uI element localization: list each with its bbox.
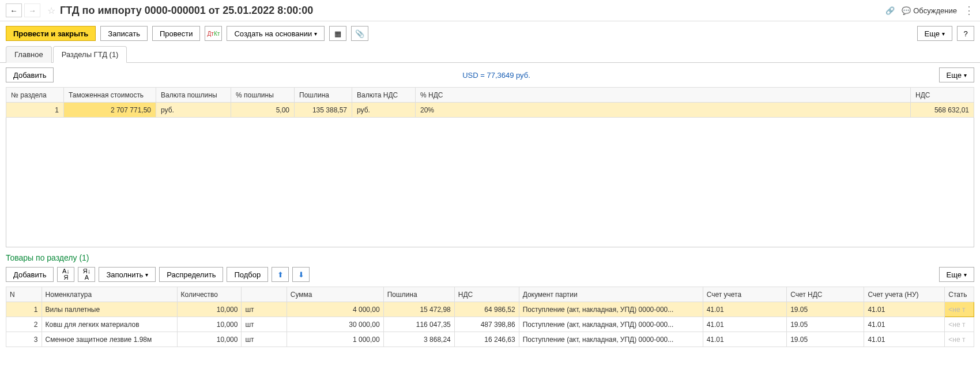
cell-tax_account[interactable]: 41.01 (864, 317, 945, 332)
col-duty-currency[interactable]: Валюта пошлины (156, 88, 231, 103)
distribute-button[interactable]: Распределить (159, 267, 223, 282)
col-duty-pct[interactable]: % пошлины (231, 88, 295, 103)
save-button[interactable]: Записать (100, 26, 148, 41)
sort-asc-button[interactable]: А↓Я (57, 267, 74, 282)
cell-tax_account[interactable]: 41.01 (864, 302, 945, 317)
sections-table: № раздела Таможенная стоимость Валюта по… (6, 87, 974, 118)
cell-vat-currency[interactable]: руб. (352, 103, 416, 118)
col-nomenclature[interactable]: Номенклатура (42, 287, 177, 302)
cell-nomenclature[interactable]: Вилы паллетные (42, 302, 177, 317)
cell-account[interactable]: 41.01 (703, 317, 786, 332)
cell-vat[interactable]: 487 398,86 (454, 317, 519, 332)
cell-n[interactable]: 3 (6, 332, 42, 347)
section-row[interactable]: 1 2 707 771,50 руб. 5,00 135 388,57 руб.… (6, 103, 974, 118)
cell-duty-currency[interactable]: руб. (156, 103, 231, 118)
cell-qty[interactable]: 10,000 (177, 302, 242, 317)
items-more-button[interactable]: Еще (939, 267, 974, 282)
post-and-close-button[interactable]: Провести и закрыть (6, 26, 96, 41)
discuss-button[interactable]: 💬 Обсуждение (902, 6, 957, 15)
structure-button[interactable]: ▦ (329, 26, 346, 41)
cell-account[interactable]: 41.01 (703, 302, 786, 317)
cell-sum[interactable]: 4 000,00 (287, 302, 383, 317)
pick-button[interactable]: Подбор (227, 267, 268, 282)
cell-unit[interactable]: шт (242, 332, 287, 347)
back-button[interactable]: ← (6, 3, 22, 17)
cell-customs-value[interactable]: 2 707 771,50 (64, 103, 156, 118)
attach-button[interactable]: 📎 (351, 26, 368, 41)
add-item-button[interactable]: Добавить (6, 267, 54, 282)
cell-qty[interactable]: 10,000 (177, 332, 242, 347)
cell-batch_doc[interactable]: Поступление (акт, накладная, УПД) 0000-0… (519, 317, 703, 332)
more-menu-icon[interactable]: ⋮ (964, 4, 974, 17)
create-based-button[interactable]: Создать на основании (227, 26, 325, 41)
sections-more-button[interactable]: Еще (939, 67, 974, 82)
favorite-icon[interactable]: ☆ (47, 5, 55, 16)
cell-unit[interactable]: шт (242, 317, 287, 332)
col-stat[interactable]: Стать (945, 287, 974, 302)
add-section-button[interactable]: Добавить (6, 67, 54, 82)
fill-button[interactable]: Заполнить (99, 267, 156, 282)
cell-batch_doc[interactable]: Поступление (акт, накладная, УПД) 0000-0… (519, 332, 703, 347)
cell-duty[interactable]: 135 388,57 (295, 103, 352, 118)
cell-vat[interactable]: 568 632,01 (911, 103, 974, 118)
cell-nomenclature[interactable]: Сменное защитное лезвие 1.98м (42, 332, 177, 347)
item-row[interactable]: 1Вилы паллетные10,000шт4 000,0015 472,98… (6, 302, 974, 317)
col-tax-account[interactable]: Счет учета (НУ) (864, 287, 945, 302)
tab-main[interactable]: Главное (6, 46, 52, 63)
col-item-duty[interactable]: Пошлина (383, 287, 454, 302)
move-down-button[interactable]: ⬇ (292, 267, 310, 282)
tab-sections[interactable]: Разделы ГТД (1) (53, 46, 127, 63)
col-vat-currency[interactable]: Валюта НДС (352, 88, 416, 103)
help-button[interactable]: ? (957, 26, 974, 41)
dt-kt-button[interactable]: ДтКт (205, 26, 222, 41)
col-duty[interactable]: Пошлина (295, 88, 352, 103)
col-sum[interactable]: Сумма (287, 287, 383, 302)
forward-button[interactable]: → (24, 3, 40, 17)
item-row[interactable]: 2Ковш для легких материалов10,000шт30 00… (6, 317, 974, 332)
cell-stat[interactable]: <не т (945, 332, 974, 347)
cell-duty[interactable]: 3 868,24 (383, 332, 454, 347)
cell-vat_account[interactable]: 19.05 (787, 302, 864, 317)
cell-qty[interactable]: 10,000 (177, 317, 242, 332)
cell-n[interactable]: 2 (6, 317, 42, 332)
link-icon[interactable]: 🔗 (885, 6, 895, 15)
cell-stat[interactable]: <не т (945, 317, 974, 332)
col-section-num[interactable]: № раздела (6, 88, 64, 103)
cell-sum[interactable]: 30 000,00 (287, 317, 383, 332)
post-button[interactable]: Провести (152, 26, 201, 41)
cell-tax_account[interactable]: 41.01 (864, 332, 945, 347)
col-customs-value[interactable]: Таможенная стоимость (64, 88, 156, 103)
col-item-vat[interactable]: НДС (454, 287, 519, 302)
col-unit[interactable] (242, 287, 287, 302)
cell-vat-pct[interactable]: 20% (416, 103, 911, 118)
cell-n[interactable]: 1 (6, 302, 42, 317)
cell-batch_doc[interactable]: Поступление (акт, накладная, УПД) 0000-0… (519, 302, 703, 317)
cell-vat[interactable]: 64 986,52 (454, 302, 519, 317)
col-vat[interactable]: НДС (911, 88, 974, 103)
toolbar-more-button[interactable]: Еще (917, 26, 952, 41)
col-account[interactable]: Счет учета (703, 287, 786, 302)
cell-sum[interactable]: 1 000,00 (287, 332, 383, 347)
cell-vat_account[interactable]: 19.05 (787, 317, 864, 332)
col-qty[interactable]: Количество (177, 287, 242, 302)
cell-nomenclature[interactable]: Ковш для легких материалов (42, 317, 177, 332)
cell-duty-pct[interactable]: 5,00 (231, 103, 295, 118)
cell-duty[interactable]: 116 047,35 (383, 317, 454, 332)
cell-stat[interactable]: <не т (945, 302, 974, 317)
cell-account[interactable]: 41.01 (703, 332, 786, 347)
cell-duty[interactable]: 15 472,98 (383, 302, 454, 317)
move-up-button[interactable]: ⬆ (272, 267, 289, 282)
cell-unit[interactable]: шт (242, 302, 287, 317)
sections-header-row: № раздела Таможенная стоимость Валюта по… (6, 88, 974, 103)
col-vat-pct[interactable]: % НДС (416, 88, 911, 103)
cell-vat[interactable]: 16 246,63 (454, 332, 519, 347)
cell-num[interactable]: 1 (6, 103, 64, 118)
discuss-label: Обсуждение (913, 6, 957, 15)
col-n[interactable]: N (6, 287, 42, 302)
exchange-rate: USD = 77,3649 руб. (58, 71, 934, 80)
col-batch-doc[interactable]: Документ партии (519, 287, 703, 302)
item-row[interactable]: 3Сменное защитное лезвие 1.98м10,000шт1 … (6, 332, 974, 347)
cell-vat_account[interactable]: 19.05 (787, 332, 864, 347)
col-vat-account[interactable]: Счет НДС (787, 287, 864, 302)
sort-desc-button[interactable]: Я↓А (78, 267, 95, 282)
